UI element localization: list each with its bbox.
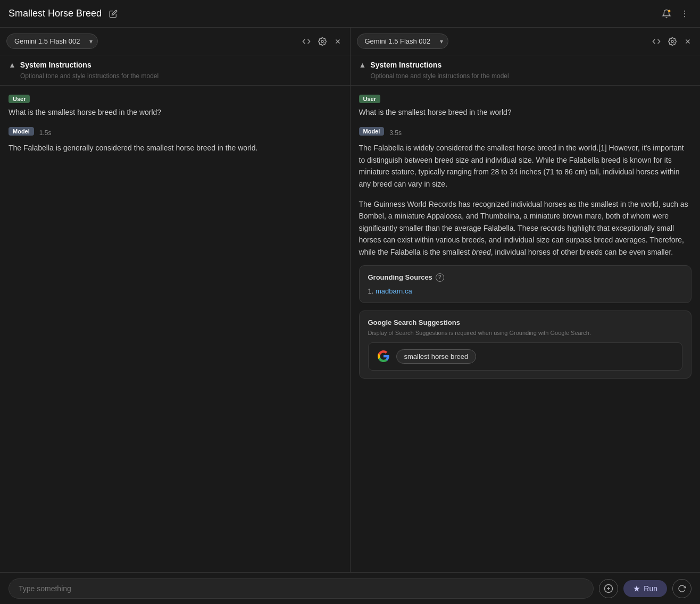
search-suggestions-desc: Display of Search Suggestions is require… [368, 330, 683, 336]
panel-right-header: Gemini 1.5 Flash 002 Gemini 1.5 Pro 002 … [351, 28, 701, 55]
code-view-button-left[interactable] [300, 35, 313, 48]
panel-left: Gemini 1.5 Flash 002 Gemini 1.5 Pro 002 … [0, 28, 351, 572]
user-text-right: What is the smallest horse breed in the … [359, 106, 692, 118]
settings-button-right[interactable] [666, 35, 679, 48]
google-search-pill-wrap: smallest horse breed [368, 342, 683, 371]
model-label-right: Model [359, 127, 385, 136]
sys-placeholder-left: Optional tone and style instructions for… [9, 72, 341, 80]
svg-point-3 [684, 16, 685, 17]
sys-header-left: ▲ System Instructions [9, 61, 341, 69]
close-icon-right [684, 38, 691, 45]
collapse-icon-left[interactable]: ▲ [9, 61, 16, 69]
help-icon[interactable]: ? [436, 273, 444, 282]
close-icon [334, 38, 341, 45]
gear-icon-right [668, 37, 677, 46]
user-label-right: User [359, 95, 380, 103]
code-view-button-right[interactable] [650, 35, 663, 48]
user-text-left: What is the smallest horse breed in the … [9, 106, 341, 118]
svg-point-4 [321, 40, 323, 43]
grounding-sources-box: Grounding Sources ? 1. madbarn.ca [359, 265, 692, 303]
model-text-right-2: The Guinness World Records has recognize… [359, 198, 692, 258]
sparkle-icon [633, 585, 640, 592]
google-logo [377, 350, 390, 363]
add-content-button[interactable] [599, 579, 618, 598]
grounding-title-text: Grounding Sources [368, 273, 432, 281]
svg-point-1 [684, 10, 685, 11]
user-message-right: User What is the smallest horse breed in… [359, 94, 692, 118]
model-select-wrap-right: Gemini 1.5 Flash 002 Gemini 1.5 Pro 002 … [357, 33, 448, 49]
plus-circle-icon [604, 584, 613, 593]
grounding-item-1: 1. madbarn.ca [368, 287, 683, 295]
gear-icon [318, 37, 327, 46]
run-button[interactable]: Run [623, 580, 667, 597]
model-message-left: Model 1.5s The Falabella is generally co… [9, 127, 341, 154]
close-panel-right-button[interactable] [682, 36, 694, 47]
model-message-right: Model 3.5s The Falabella is widely consi… [359, 127, 692, 379]
model-meta-right: Model 3.5s [359, 127, 402, 139]
svg-point-0 [668, 10, 671, 12]
settings-button-left[interactable] [316, 35, 329, 48]
model-time-left: 1.5s [39, 129, 52, 137]
system-instructions-left: ▲ System Instructions Optional tone and … [0, 55, 350, 86]
sys-title-left: System Instructions [20, 61, 91, 69]
model-label-left: Model [9, 127, 34, 136]
chat-area-left[interactable]: User What is the smallest horse breed in… [0, 86, 350, 572]
main-content: Gemini 1.5 Flash 002 Gemini 1.5 Pro 002 … [0, 28, 700, 572]
model-meta-left: Model 1.5s [9, 127, 51, 139]
top-bar-left: Smallest Horse Breed [9, 7, 120, 20]
model-select-right[interactable]: Gemini 1.5 Flash 002 Gemini 1.5 Pro 002 … [357, 33, 448, 49]
sys-header-right: ▲ System Instructions [359, 61, 692, 69]
panel-right-icons [650, 35, 694, 48]
user-label-left: User [9, 95, 30, 103]
model-select-left[interactable]: Gemini 1.5 Flash 002 Gemini 1.5 Pro 002 … [6, 33, 98, 49]
model-time-right: 3.5s [389, 129, 402, 137]
refresh-icon [678, 584, 686, 593]
more-options-button[interactable] [678, 7, 691, 21]
panel-right: Gemini 1.5 Flash 002 Gemini 1.5 Pro 002 … [351, 28, 701, 572]
grounding-num: 1. [368, 287, 374, 295]
model-text-right-1: The Falabella is widely considered the s… [359, 142, 692, 190]
user-message-left: User What is the smallest horse breed in… [9, 94, 341, 118]
refresh-button[interactable] [672, 579, 691, 598]
grounding-link-1[interactable]: madbarn.ca [376, 287, 412, 295]
sys-placeholder-right: Optional tone and style instructions for… [359, 72, 692, 80]
chat-area-right[interactable]: User What is the smallest horse breed in… [351, 86, 701, 572]
bottom-bar: Run [0, 572, 700, 604]
system-instructions-right: ▲ System Instructions Optional tone and … [351, 55, 701, 86]
model-select-wrap-left: Gemini 1.5 Flash 002 Gemini 1.5 Pro 002 … [6, 33, 98, 49]
top-bar-icons [660, 7, 691, 21]
code-icon-right [652, 37, 661, 46]
notification-button[interactable] [660, 7, 673, 21]
panel-left-header: Gemini 1.5 Flash 002 Gemini 1.5 Pro 002 … [0, 28, 350, 55]
collapse-icon-right[interactable]: ▲ [359, 61, 366, 69]
prompt-input[interactable] [9, 578, 594, 599]
sys-title-right: System Instructions [370, 61, 441, 69]
search-suggestions-title: Google Search Suggestions [368, 318, 683, 326]
run-label: Run [644, 584, 657, 593]
notification-icon [662, 9, 671, 19]
svg-point-7 [671, 40, 673, 43]
model-text-left: The Falabella is generally considered th… [9, 142, 341, 154]
more-vert-icon [680, 9, 689, 19]
page-title: Smallest Horse Breed [9, 8, 102, 19]
svg-point-2 [684, 13, 685, 14]
panel-left-icons [300, 35, 344, 48]
top-bar: Smallest Horse Breed [0, 0, 700, 28]
pencil-icon [109, 10, 118, 18]
close-panel-left-button[interactable] [332, 36, 344, 47]
grounding-sources-title: Grounding Sources ? [368, 273, 683, 282]
search-suggestion-pill[interactable]: smallest horse breed [396, 349, 477, 364]
google-search-suggestions-box: Google Search Suggestions Display of Sea… [359, 311, 692, 379]
code-icon [302, 37, 311, 46]
edit-title-button[interactable] [107, 7, 120, 20]
